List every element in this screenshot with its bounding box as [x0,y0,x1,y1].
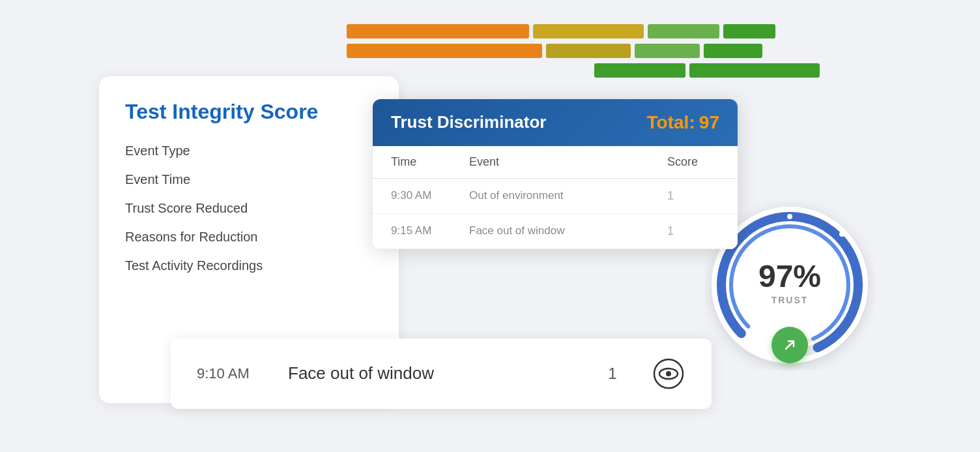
table-row: 9:15 AM Face out of window 1 [373,214,738,249]
col-score: Score [667,155,719,169]
svg-point-8 [787,214,792,219]
gauge-percentage: 97% [758,260,821,292]
detail-time: 9:10 AM [197,365,262,382]
bar-row-1 [347,24,855,38]
trust-popup-header: Trust Discriminator Total: 97 [373,99,738,146]
trust-popup: Trust Discriminator Total: 97 Time Event… [373,99,738,249]
bar-segment [704,44,762,58]
bar-segment [723,24,775,38]
gauge-center-text: 97% TRUST [758,260,821,305]
list-item-recordings: Test Activity Recordings [125,257,373,274]
bar-segment [635,44,700,58]
bar-segment [689,63,820,78]
row1-score: 1 [667,189,719,203]
detail-score: 1 [599,365,626,383]
gauge-label: TRUST [758,294,821,305]
row2-score: 1 [667,224,719,238]
bar-segment [546,44,631,58]
bar-segment [347,44,542,58]
bar-row-2 [347,44,855,58]
trust-table-header: Time Event Score [373,146,738,179]
list-item-reasons: Reasons for Reduction [125,228,373,245]
row2-event: Face out of window [469,224,667,238]
list-item-event-type: Event Type [125,142,373,159]
row1-time: 9:30 AM [391,189,469,203]
trust-total-label: Total: [647,112,695,132]
table-row: 9:30 AM Out of environment 1 [373,179,738,214]
trust-total-value: 97 [699,112,719,132]
card-title: Test Integrity Score [125,100,373,124]
bottom-detail-row: 9:10 AM Face out of window 1 [171,339,712,409]
list-item-event-time: Event Time [125,171,373,188]
list-item-trust-score: Trust Score Reduced [125,200,373,217]
col-time: Time [391,155,469,169]
row1-event: Out of environment [469,189,667,203]
svg-point-9 [839,232,844,237]
color-bars [347,24,855,83]
trust-popup-title: Trust Discriminator [391,112,546,132]
bar-segment [648,24,719,38]
eye-icon[interactable] [652,357,685,391]
bar-segment [347,24,529,38]
svg-point-2 [666,371,671,376]
bar-segment [594,63,685,78]
col-event: Event [469,155,667,169]
detail-event: Face out of window [288,363,573,384]
trust-popup-total: Total: 97 [647,112,719,133]
bar-segment [533,24,644,38]
row2-time: 9:15 AM [391,224,469,238]
bar-row-3 [594,63,855,78]
gauge-button[interactable] [771,327,808,363]
